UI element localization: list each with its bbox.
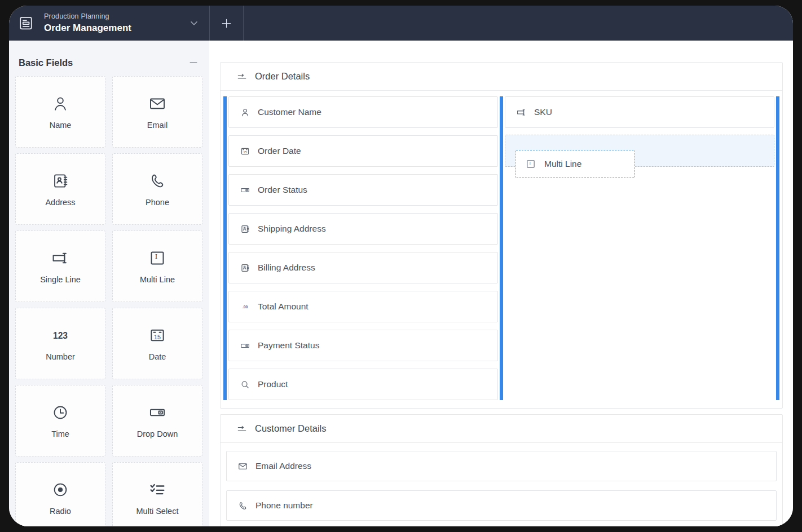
palette-card-label: Drop Down xyxy=(137,429,178,438)
palette-card-date[interactable]: 15Date xyxy=(112,308,202,379)
palette-card-label: Radio xyxy=(50,507,71,516)
palette-card-address[interactable]: Address xyxy=(15,153,105,225)
form-field-label: Customer Name xyxy=(258,107,321,117)
form-field-order-status[interactable]: Order Status xyxy=(228,174,498,206)
collapse-minus-icon[interactable] xyxy=(188,57,199,68)
form-field-billing-address[interactable]: Billing Address xyxy=(228,252,498,283)
dropdown-icon xyxy=(240,340,250,351)
form-column-2: SKU I Multi Line xyxy=(505,96,774,400)
palette-card-label: Address xyxy=(45,198,75,207)
multi-line-icon: I xyxy=(525,158,536,170)
fields-sidebar: Basic Fields NameEmailAddressPhoneSingle… xyxy=(9,41,209,526)
palette-card-multi-select[interactable]: Multi Select xyxy=(112,462,202,526)
sidebar-section-title: Basic Fields xyxy=(19,57,73,68)
palette-card-single-line[interactable]: Single Line xyxy=(15,230,105,302)
palette-card-phone[interactable]: Phone xyxy=(112,153,202,225)
section-title: Order Details xyxy=(255,71,310,82)
palette-card-label: Email xyxy=(147,121,168,130)
section-header[interactable]: Order Details xyxy=(221,63,782,91)
person-icon xyxy=(240,107,250,118)
form-field-email-address[interactable]: Email Address xyxy=(226,451,777,481)
column-drop-indicator xyxy=(223,96,227,400)
section-drag-icon[interactable] xyxy=(236,71,248,82)
palette-card-label: Phone xyxy=(146,198,169,207)
radio-icon xyxy=(51,480,70,499)
plus-icon xyxy=(220,17,233,30)
form-field-label: Total Amount xyxy=(258,302,309,312)
dragged-field-label: Multi Line xyxy=(544,159,581,169)
form-field-label: Order Date xyxy=(258,146,301,156)
phone-icon xyxy=(148,171,167,190)
form-field-label: Email Address xyxy=(255,461,311,471)
form-title-block: Production Planning Order Management xyxy=(44,12,131,34)
palette-card-number[interactable]: 123Number xyxy=(15,308,105,379)
search-icon xyxy=(240,379,250,390)
section-header[interactable]: Customer Details xyxy=(221,415,782,443)
svg-text:I: I xyxy=(530,161,531,166)
envelope-icon xyxy=(148,94,167,113)
person-icon xyxy=(51,94,70,113)
form-column-1: Customer Name15Order DateOrder StatusShi… xyxy=(228,96,498,400)
palette-card-time[interactable]: Time xyxy=(15,385,105,456)
topbar-spacer xyxy=(244,6,793,41)
address-book-icon xyxy=(51,171,70,190)
form-switcher[interactable]: Production Planning Order Management xyxy=(9,6,209,41)
palette-card-label: Multi Line xyxy=(140,275,175,284)
decimal-icon: .00 xyxy=(240,302,250,312)
palette-card-email[interactable]: Email xyxy=(112,76,202,148)
section-customer-details: Customer Details Email AddressPhone numb… xyxy=(220,414,783,526)
section-order-details: Order Details Customer Name15Order DateO… xyxy=(220,62,783,409)
palette-card-radio[interactable]: Radio xyxy=(15,462,105,526)
palette-card-label: Single Line xyxy=(40,275,81,284)
form-title: Order Management xyxy=(44,22,131,34)
section-columns: Customer Name15Order DateOrder StatusShi… xyxy=(221,91,782,408)
form-field-payment-status[interactable]: Payment Status xyxy=(228,330,498,361)
palette-card-name[interactable]: Name xyxy=(15,76,105,148)
form-field-phone-number[interactable]: Phone number xyxy=(226,490,777,521)
form-icon xyxy=(17,15,34,32)
palette-card-label: Name xyxy=(50,121,72,130)
form-field-label: Shipping Address xyxy=(258,224,326,234)
svg-text:15: 15 xyxy=(243,150,247,154)
form-field-label: Product xyxy=(258,379,288,389)
form-field-sku[interactable]: SKU xyxy=(505,96,774,128)
column-drop-indicator xyxy=(500,96,503,400)
form-field-product[interactable]: Product xyxy=(228,369,498,400)
add-form-tab-button[interactable] xyxy=(209,6,244,41)
form-field-order-date[interactable]: 15Order Date xyxy=(228,135,498,167)
palette-card-label: Date xyxy=(149,352,166,361)
palette-card-label: Multi Select xyxy=(136,507,179,516)
form-field-label: Phone number xyxy=(255,500,313,511)
section-rows: Email AddressPhone number xyxy=(221,443,782,526)
app-window: Production Planning Order Management Bas… xyxy=(9,6,793,526)
section-drag-icon[interactable] xyxy=(236,423,248,435)
svg-text:.00: .00 xyxy=(243,305,248,309)
form-field-label: Order Status xyxy=(258,185,307,195)
clock-icon xyxy=(51,403,70,422)
topbar: Production Planning Order Management xyxy=(9,6,793,41)
section-title: Customer Details xyxy=(255,423,327,434)
dragged-field-multi-line[interactable]: I Multi Line xyxy=(515,150,635,178)
address-book-icon xyxy=(240,263,250,273)
number-123-icon: 123 xyxy=(51,326,70,345)
phone-icon xyxy=(237,500,248,511)
calendar-15-icon: 15 xyxy=(240,146,250,157)
palette-card-label: Time xyxy=(51,429,69,438)
chevron-down-icon[interactable] xyxy=(188,17,200,29)
form-canvas: Order Details Customer Name15Order DateO… xyxy=(209,41,793,526)
calendar-15-icon: 15 xyxy=(148,326,167,345)
form-logo-button[interactable] xyxy=(17,14,35,32)
single-line-icon xyxy=(51,249,70,268)
palette-card-drop-down[interactable]: Drop Down xyxy=(112,385,202,456)
form-field-customer-name[interactable]: Customer Name xyxy=(228,96,498,128)
form-field-shipping-address[interactable]: Shipping Address xyxy=(228,213,498,245)
field-palette-grid: NameEmailAddressPhoneSingle LineIMulti L… xyxy=(15,76,202,526)
address-book-icon xyxy=(240,224,250,234)
svg-text:123: 123 xyxy=(53,331,68,340)
svg-text:I: I xyxy=(155,252,157,260)
palette-card-multi-line[interactable]: IMulti Line xyxy=(112,230,202,302)
palette-card-label: Number xyxy=(46,352,75,361)
form-field-total-amount[interactable]: .00Total Amount xyxy=(228,291,498,322)
single-line-icon xyxy=(516,107,527,118)
multi-select-icon xyxy=(148,480,167,499)
